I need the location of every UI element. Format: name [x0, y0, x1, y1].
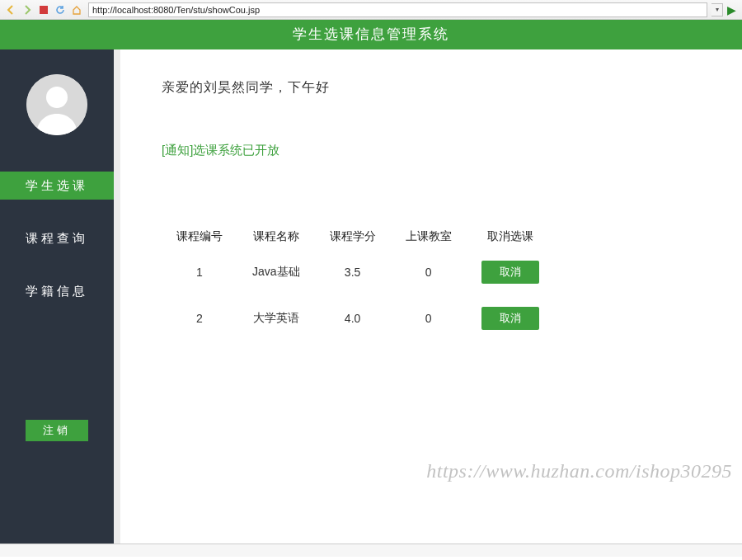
cell-credit: 4.0	[315, 295, 391, 341]
col-course-credit: 课程学分	[315, 224, 391, 249]
table-header-row: 课程编号 课程名称 课程学分 上课教室 取消选课	[162, 224, 554, 249]
sidebar-item-student-info[interactable]: 学籍信息	[0, 277, 114, 305]
cancel-button[interactable]: 取消	[481, 261, 539, 284]
url-input[interactable]	[88, 2, 707, 17]
cell-id: 1	[162, 249, 237, 295]
col-course-id: 课程编号	[162, 224, 237, 249]
cancel-button[interactable]: 取消	[481, 307, 539, 330]
go-button-icon[interactable]: ▶	[725, 3, 739, 16]
course-table: 课程编号 课程名称 课程学分 上课教室 取消选课 1 Java基础 3.5 0 …	[162, 224, 554, 341]
cell-room: 0	[391, 295, 467, 341]
browser-toolbar: ▾ ▶	[0, 0, 742, 20]
table-row: 2 大学英语 4.0 0 取消	[162, 295, 554, 341]
refresh-icon[interactable]	[53, 2, 68, 17]
watermark-text: https://www.huzhan.com/ishop30295	[426, 460, 732, 482]
cell-room: 0	[391, 249, 467, 295]
stop-icon[interactable]	[36, 2, 51, 17]
avatar	[26, 74, 87, 135]
svg-rect-0	[40, 6, 48, 14]
cell-id: 2	[162, 295, 237, 341]
sidebar: 学生选课 课程查询 学籍信息 注销	[0, 49, 114, 557]
sidebar-item-course-query[interactable]: 课程查询	[0, 224, 114, 252]
col-course-cancel: 取消选课	[467, 224, 554, 249]
svg-point-2	[46, 87, 68, 108]
col-course-name: 课程名称	[237, 224, 315, 249]
url-dropdown-icon[interactable]: ▾	[711, 3, 723, 16]
notice-text: [通知]选课系统已开放	[162, 143, 742, 158]
main-panel: 亲爱的刘昊然同学，下午好 [通知]选课系统已开放 课程编号 课程名称 课程学分 …	[114, 49, 742, 557]
col-course-room: 上课教室	[391, 224, 467, 249]
app-header-title: 学生选课信息管理系统	[0, 20, 742, 49]
nav-back-icon[interactable]	[3, 2, 18, 17]
logout-button[interactable]: 注销	[26, 420, 88, 441]
home-icon[interactable]	[69, 2, 84, 17]
table-row: 1 Java基础 3.5 0 取消	[162, 249, 554, 295]
sidebar-menu: 学生选课 课程查询 学籍信息	[0, 172, 114, 305]
nav-forward-icon[interactable]	[20, 2, 35, 17]
sidebar-item-student-course[interactable]: 学生选课	[0, 172, 114, 200]
cell-name: 大学英语	[237, 295, 315, 341]
greeting-text: 亲爱的刘昊然同学，下午好	[162, 79, 742, 96]
cell-name: Java基础	[237, 249, 315, 295]
status-bar	[0, 544, 742, 557]
cell-credit: 3.5	[315, 249, 391, 295]
